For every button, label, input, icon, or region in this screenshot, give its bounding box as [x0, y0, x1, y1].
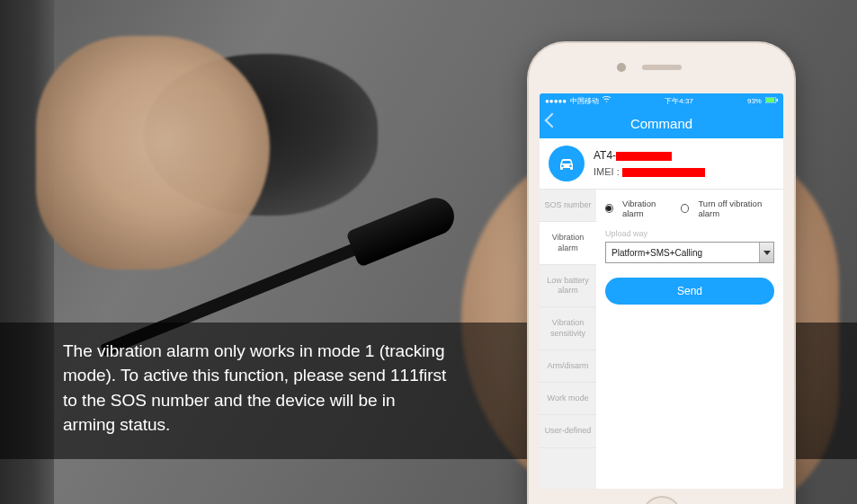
status-time: 下午4:37	[665, 96, 693, 106]
phone-screen: ●●●●● 中国移动 下午4:37 93% Command	[540, 93, 783, 489]
back-icon[interactable]	[545, 113, 560, 128]
caption-text: The vibration alarm only works in mode 1…	[63, 339, 450, 438]
sidebar-item-arm-disarm[interactable]: Arm/disarm	[540, 350, 596, 383]
sidebar-item-user-defined[interactable]: User-defined	[540, 415, 596, 447]
phone-speaker-icon	[642, 65, 682, 70]
sidebar-item-low-battery-alarm[interactable]: Low battery alarm	[540, 265, 596, 308]
sidebar-item-sos-number[interactable]: SOS number	[540, 190, 596, 222]
phone-frame: ●●●●● 中国移动 下午4:37 93% Command	[529, 43, 794, 504]
signal-dots-icon: ●●●●●	[545, 97, 567, 105]
send-button[interactable]: Send	[605, 278, 774, 305]
sidebar-item-vibration-sensitivity[interactable]: Vibration sensitivity	[540, 307, 596, 350]
device-imei: IMEI :	[594, 164, 705, 181]
sidebar-item-vibration-alarm[interactable]: Vibration alarm	[540, 222, 596, 265]
radio-vibration-off-label: Turn off vibration alarm	[698, 199, 774, 218]
radio-vibration-on-label: Vibration alarm	[622, 199, 672, 218]
radio-vibration-off[interactable]	[681, 204, 689, 213]
side-tabs: SOS number Vibration alarm Low battery a…	[540, 190, 596, 489]
carrier-label: 中国移动	[570, 96, 599, 106]
upload-way-value: Platform+SMS+Calling	[612, 248, 702, 258]
car-icon	[549, 146, 585, 181]
upload-way-select[interactable]: Platform+SMS+Calling	[605, 242, 774, 263]
page-title: Command	[630, 116, 692, 131]
svg-rect-2	[777, 99, 778, 102]
radio-vibration-on[interactable]	[605, 204, 613, 213]
redacted-imei-icon	[622, 168, 705, 177]
front-camera-icon	[617, 63, 626, 72]
device-name: AT4-	[594, 147, 705, 164]
product-scene: The vibration alarm only works in mode 1…	[0, 0, 857, 504]
upload-way-label: Upload way	[605, 229, 774, 238]
chevron-down-icon	[759, 243, 773, 262]
wifi-icon	[603, 96, 611, 105]
command-panel: Vibration alarm Turn off vibration alarm…	[596, 190, 783, 489]
device-header: AT4- IMEI :	[540, 138, 783, 190]
battery-icon	[765, 97, 778, 105]
sidebar-item-work-mode[interactable]: Work mode	[540, 383, 596, 415]
hand-left	[36, 36, 270, 270]
home-button[interactable]	[642, 496, 682, 504]
svg-rect-1	[766, 98, 774, 102]
redacted-name-icon	[616, 152, 672, 161]
battery-percent: 93%	[747, 97, 762, 105]
status-bar: ●●●●● 中国移动 下午4:37 93%	[540, 93, 783, 108]
title-bar: Command	[540, 108, 783, 138]
